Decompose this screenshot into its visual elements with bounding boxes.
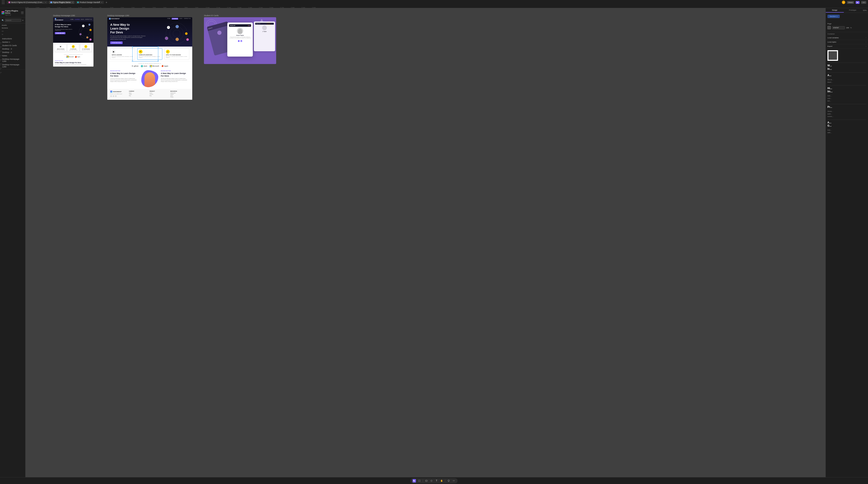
lw-footer-blog-1: Blog [129, 95, 148, 96]
frame-2[interactable]: DESIGNERUP HOME COURSES BLOG CONTACT US … [107, 17, 192, 100]
tab-nextui[interactable]: NextUI Figma Kit (Community) (Com... × [7, 1, 48, 4]
bottom-toolbar: T ✋ </> [0, 477, 868, 484]
sidebar-item-desktop3[interactable]: Desktop - 3 [0, 47, 25, 51]
lw-feature-watch[interactable]: ▶ WATCH LESSONS Easy, easy to understand… [110, 48, 135, 60]
tab-plugins-demo[interactable]: Figma Plugins Demo × [49, 1, 74, 4]
social-instagram [115, 95, 117, 97]
toolbar-comment-btn[interactable] [447, 479, 451, 483]
add-asset-btn[interactable]: + [22, 19, 24, 22]
export-item[interactable]: Export › [826, 44, 868, 49]
id-dot-3 [250, 25, 250, 26]
lw-feature-apply[interactable]: ✓ APPLY TO YOUR DESIGNS Easy, easy to un… [164, 48, 189, 60]
lw-hero-btn[interactable]: SHOW ME HOW [110, 41, 123, 44]
frame-1-container: Desktop-Homepage-1280 DESIGNERUP HOME CO… [53, 15, 93, 66]
dev-mode-btn[interactable]: </> [861, 1, 866, 4]
lw-hero-sub: The way you think about design is about … [110, 35, 146, 40]
toolbar-select-btn[interactable] [412, 479, 416, 483]
local-variables-item[interactable]: Local variables › [826, 36, 868, 40]
watch-desc: Easy, easy to understand [56, 50, 65, 51]
lw-hero-title: A New Way toLearn DesignFor Devs [110, 23, 146, 34]
present-btn[interactable]: ▶ [856, 1, 860, 4]
lw-person-figure [145, 72, 155, 87]
lw-apple: 🍎 Apple [161, 65, 168, 67]
id-card-right: Designer ID J. Taylor [254, 22, 275, 51]
tab-handoff[interactable]: Product Design Handoff × [75, 1, 104, 4]
hero-btn-1[interactable]: SHOW ME HOW [55, 32, 65, 34]
search-input[interactable] [5, 19, 21, 22]
tab-close-handoff[interactable]: × [101, 1, 102, 3]
avatar-3 [86, 36, 88, 38]
tab-design[interactable]: Design [826, 8, 844, 12]
toolbar-pen-btn[interactable] [430, 479, 433, 483]
lw-learn-desc: The way you think about design is about … [110, 78, 139, 82]
lw-footer-support: Support [170, 94, 189, 95]
frame-1[interactable]: DESIGNERUP HOME COURSES BLOG CONTACT US … [53, 17, 93, 66]
id-dot-1 [248, 25, 249, 26]
github-icon: ⊙ [131, 65, 133, 67]
toolbar-hand-btn[interactable]: ✋ [440, 479, 443, 483]
sidebar-header: Figma Plugins Demo signerUp [0, 8, 25, 18]
canvas-area[interactable]: Desktop-Homepage-1280 DESIGNERUP HOME CO… [26, 8, 826, 477]
fill-swatch[interactable] [828, 26, 831, 29]
add-tab-btn[interactable]: + [105, 1, 108, 4]
preview-swatch [828, 50, 838, 61]
sidebar-item-label: Desktop-Homepage-1280 [2, 64, 23, 68]
section-badge: Section 1 [828, 15, 840, 18]
website-logo-1: DESIGNERUP [55, 18, 63, 21]
hero-title-1: A New Way to Learn Design For Devs [55, 24, 75, 28]
preview-divider-4 [828, 104, 866, 104]
id-avatar-figure [238, 29, 242, 34]
toolbar-frame-btn[interactable] [417, 479, 421, 483]
sidebar-item-instructions[interactable]: Instructions [0, 37, 25, 40]
avatar-1 [80, 33, 82, 35]
figma-logo-icon [2, 11, 4, 14]
assets-label: Assets [2, 24, 7, 26]
student-id-frame[interactable]: Student ID Student ID [204, 17, 276, 64]
lw-footer-col-product: PRODUCT Home Courses Blog [150, 91, 168, 98]
tab-close-demo[interactable]: × [72, 1, 73, 3]
layer-rs: rs [0, 33, 25, 36]
lw-footer-logo-icon [110, 91, 113, 93]
toolbar-text-btn[interactable]: T [435, 479, 438, 483]
lw-feature-exercises[interactable]: ✏ COMPLETE EXERCISES Easy, easy to under… [137, 48, 162, 60]
avatar-2 [88, 24, 91, 26]
toolbar-code-btn[interactable]: </> [452, 479, 456, 483]
student-id-label: Student ID Cards [204, 15, 276, 17]
sidebar-menu-icon[interactable] [21, 12, 24, 14]
export-label: Export [828, 45, 832, 47]
id-card-main: Student ID Jenna Taylor Former business … [227, 23, 253, 57]
lw-footer-terms: Terms [170, 95, 189, 96]
local-variables-label: Local variables [828, 37, 839, 39]
main-layout: Figma Plugins Demo signerUp 🔍 + Assets S… [0, 8, 868, 477]
sidebar-item-notes[interactable]: Notes [0, 54, 25, 57]
watch-title: WATCH LESSONS [56, 49, 65, 50]
lw-learn-title: A New Way to Learn Design For Devs [110, 72, 139, 77]
sidebar-item-desktop2[interactable]: Desktop - 2 [0, 51, 25, 54]
id-dot-2 [249, 25, 249, 26]
tab-close-nextui[interactable]: × [45, 1, 46, 3]
lw-learn-left: DESIGN BETTER A New Way to Learn Design … [110, 70, 139, 87]
sidebar-item-desktop-home-2[interactable]: Desktop-Homepage-1280 [0, 63, 25, 68]
lw-nav-contact: CONTACT US [184, 18, 191, 20]
sidebar-item-desktop-home-1[interactable]: Desktop-Homepage-1280 [0, 57, 25, 63]
feature-watch: ▶ WATCH LESSONS Easy, easy to understand [55, 44, 66, 52]
sidebar-item-student-id[interactable]: Student ID Cards [0, 44, 25, 47]
top-bar: NextUI Figma Kit (Community) (Com... × F… [0, 0, 868, 5]
lw-watch-desc: Easy, easy to understand made for develo… [112, 56, 134, 58]
lw-star [185, 32, 188, 35]
share-btn[interactable]: Share [847, 1, 854, 4]
preview-title-4: Pr... [828, 106, 866, 109]
lw-avatar-1 [165, 36, 168, 40]
lw-learn-title-2: A New Way to Learn Design For Devs [161, 72, 189, 77]
fill-hex-input[interactable] [832, 26, 845, 29]
menu-icon[interactable] [2, 1, 5, 4]
t-icon-1: T [82, 25, 85, 27]
user-avatar: U [842, 1, 845, 4]
preview-text-4: Show...auto...comm... [828, 110, 866, 118]
sidebar-item-section1[interactable]: Section 1 [0, 40, 25, 44]
toolbar-rect-btn[interactable] [425, 479, 428, 483]
tab-prototype[interactable]: Prototype [844, 8, 862, 12]
local-styles-item[interactable]: Local styles › [826, 40, 868, 44]
apply-title: TO YOUR DESIGNS [81, 49, 91, 50]
page-section-title: Page [828, 23, 866, 25]
